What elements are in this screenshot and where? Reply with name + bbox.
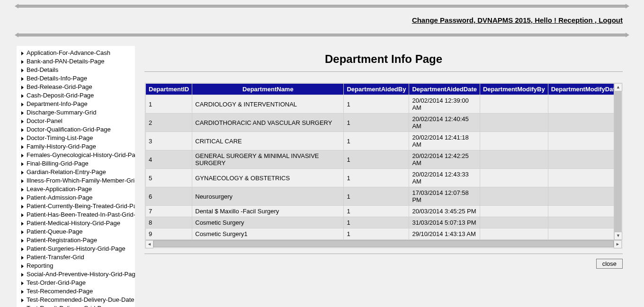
sidebar-item[interactable]: Test-Recommended-Delivery-Due-Date [19, 296, 135, 304]
sidebar-item[interactable]: Reporting [19, 262, 135, 270]
sidebar-item[interactable]: Test-Order-Grid-Page [19, 279, 135, 287]
sidebar-item[interactable]: Doctor-Timing-List-Page [19, 134, 135, 142]
chevron-right-icon [21, 60, 24, 64]
table-cell: 20/02/2014 12:42:25 AM [409, 150, 480, 169]
sidebar-item-label: Bed-Release-Grid-Page [27, 83, 92, 90]
table-cell [548, 187, 621, 206]
sidebar-item[interactable]: Test-Result-Delivery-Grid-Page [19, 304, 135, 307]
sidebar-item[interactable]: Doctor-Qualification-Grid-Page [19, 125, 135, 134]
sidebar-item[interactable]: Bed-Release-Grid-Page [19, 83, 135, 91]
sidebar-item[interactable]: Patient-Has-Been-Treated-In-Past-Grid-Pa… [19, 211, 135, 219]
logout-link[interactable]: Logout [599, 16, 623, 24]
sidebar-item[interactable]: Final-Billing-Grid-Page [19, 159, 135, 168]
chevron-right-icon [21, 247, 24, 251]
sidebar-item-label: Patient-Admission-Page [27, 194, 92, 201]
sidebar-item[interactable]: Gardian-Relation-Entry-Page [19, 168, 135, 176]
table-cell: Cosmetic Surgery1 [192, 228, 344, 240]
sidebar-item[interactable]: Patient-Surgeries-History-Grid-Page [19, 245, 135, 253]
table-row[interactable]: 6Neurosurgery117/03/2014 12:07:58 PM [146, 187, 622, 206]
table-cell: 9 [146, 228, 192, 240]
sidebar-item[interactable]: Application-For-Advance-Cash [19, 49, 135, 57]
table-cell: 1 [344, 206, 409, 217]
table-cell [480, 187, 548, 206]
column-header[interactable]: DepartmentAidedBy [344, 84, 409, 95]
sidebar-item[interactable]: Family-History-Grid-Page [19, 142, 135, 151]
sidebar-item[interactable]: Bed-Details [19, 66, 135, 74]
table-cell [548, 95, 621, 114]
chevron-right-icon [21, 222, 24, 226]
table-row[interactable]: 9Cosmetic Surgery1129/10/2014 1:43:13 AM [146, 228, 622, 240]
chevron-right-icon [21, 188, 24, 192]
greeting-link[interactable]: Hello ! Reception [535, 16, 595, 24]
grid-scroll-right-icon[interactable]: ► [614, 240, 622, 248]
table-row[interactable]: 1CARDIOLOGY & INTERVENTIONAL120/02/2014 … [146, 95, 622, 114]
table-cell [548, 150, 621, 169]
table-row[interactable]: 5GYNAECOLOGY & OBSTETRICS120/02/2014 12:… [146, 169, 622, 187]
sidebar-item[interactable]: Department-Info-Page [19, 100, 135, 108]
sidebar-item-label: Social-And-Preventive-History-Grid-Page [27, 271, 135, 278]
sidebar-item[interactable]: Patient-Admission-Page [19, 193, 135, 202]
table-row[interactable]: 8Cosmetic Surgery131/03/2014 5:07:13 PM [146, 217, 622, 228]
table-cell: 1 [344, 217, 409, 228]
scroll-down-icon[interactable]: ▼ [614, 232, 622, 240]
sidebar-item[interactable]: Illness-From-Which-Family-Member-Grid [19, 176, 135, 185]
sidebar-item[interactable]: Bank-and-PAN-Details-Page [19, 57, 135, 66]
sidebar-item-label: Discharge-Summary-Grid [27, 109, 96, 116]
sidebar-item[interactable]: Cash-Deposit-Grid-Page [19, 91, 135, 100]
sidebar-item[interactable]: Patient-Queue-Page [19, 228, 135, 236]
grid-scroll-left-icon[interactable]: ◄ [145, 240, 153, 248]
column-header[interactable]: DepartmentModifyDate [548, 84, 621, 95]
table-row[interactable]: 7Dental $ Maxillo -Facil Surgery120/03/2… [146, 206, 622, 217]
page-title: Department Info Page [144, 53, 623, 66]
chevron-right-icon [21, 69, 24, 72]
sidebar-item-label: Reporting [27, 262, 53, 269]
chevron-right-icon [21, 290, 24, 294]
grid-h-scroll[interactable]: ◄ ► [145, 240, 622, 248]
sidebar-item[interactable]: Test-Recomended-Page [19, 287, 135, 296]
v-scroll-thumb[interactable] [614, 91, 622, 232]
sidebar-item[interactable]: Social-And-Preventive-History-Grid-Page [19, 270, 135, 279]
chevron-right-icon [21, 239, 24, 243]
table-row[interactable]: 3CRITICAL CARE120/02/2014 12:41:18 AM [146, 132, 622, 150]
sidebar-item-label: Bed-Details-Info-Page [27, 75, 87, 82]
chevron-right-icon [21, 213, 24, 217]
column-header[interactable]: DepartmentID [146, 84, 192, 95]
table-cell: Neurosurgery [192, 187, 344, 206]
sidebar-item-label: Test-Result-Delivery-Grid-Page [27, 305, 112, 307]
sidebar-item-label: Department-Info-Page [27, 100, 88, 107]
sidebar-item-label: Patient-Registration-Page [27, 237, 97, 244]
app-name-link[interactable]: DVNAPMS 2015 [477, 16, 531, 24]
table-cell: 1 [344, 132, 409, 150]
sidebar-item[interactable]: Discharge-Summary-Grid [19, 108, 135, 117]
column-header[interactable]: DepartmentAidedDate [409, 84, 480, 95]
column-header[interactable]: DepartmentName [192, 84, 344, 95]
sidebar-item[interactable]: Patient-Registration-Page [19, 236, 135, 245]
table-cell: 1 [344, 150, 409, 169]
table-cell: 20/02/2014 12:43:33 AM [409, 169, 480, 187]
department-grid: DepartmentIDDepartmentNameDepartmentAide… [144, 82, 623, 249]
chevron-right-icon [21, 86, 24, 89]
sidebar-item[interactable]: Patient-Transfer-Grid [19, 253, 135, 262]
chevron-right-icon [21, 196, 24, 200]
grid-v-scroll[interactable]: ▲ ▼ [614, 83, 622, 240]
sidebar-item[interactable]: Doctor-Panel [19, 117, 135, 125]
grid-h-thumb[interactable] [153, 240, 614, 247]
table-cell: 31/03/2014 5:07:13 PM [409, 217, 480, 228]
change-password-link[interactable]: Change Password [412, 16, 474, 24]
table-row[interactable]: 4GENERAL SURGERY & MINIMAL INVASIVE SURG… [146, 150, 622, 169]
table-cell: 2 [146, 114, 192, 132]
sidebar-item[interactable]: Patient-Medical-History-Grid-Page [19, 219, 135, 228]
close-button[interactable]: close [596, 259, 623, 269]
chevron-right-icon [21, 77, 24, 81]
column-header[interactable]: DepartmentModifyBy [480, 84, 548, 95]
chevron-right-icon [21, 273, 24, 277]
scroll-up-icon[interactable]: ▲ [614, 83, 622, 91]
sidebar-item-label: Doctor-Timing-List-Page [27, 134, 93, 141]
sidebar-item[interactable]: Bed-Details-Info-Page [19, 74, 135, 83]
sidebar-item[interactable]: Leave-Application-Page [19, 185, 135, 193]
sidebar-item[interactable]: Patient-Currently-Being-Treated-Grid-Pag… [19, 202, 135, 211]
sidebar-item[interactable]: Females-Gynecological-History-Grid-Page [19, 151, 135, 159]
table-row[interactable]: 2CARDIOTHORACIC AND VASCULAR SURGERY120/… [146, 114, 622, 132]
sidebar-item-label: Test-Order-Grid-Page [27, 279, 86, 286]
sidebar-item-label: Application-For-Advance-Cash [27, 49, 110, 56]
